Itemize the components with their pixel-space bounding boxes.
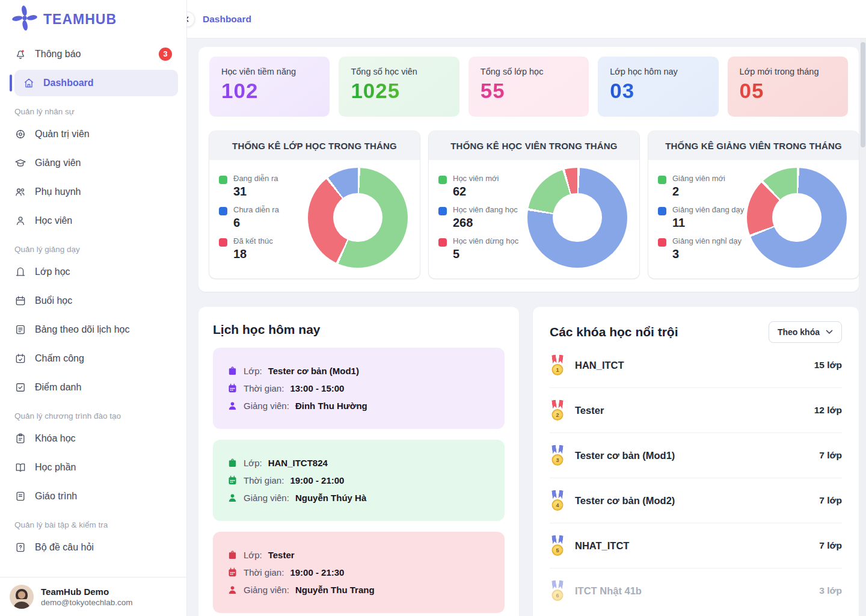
course-class-count: 7 lớp — [819, 495, 842, 506]
donut-chart — [747, 168, 847, 268]
briefcase-icon — [227, 458, 238, 468]
user-profile[interactable]: TeamHub Demo demo@tokyotechlab.com — [0, 577, 186, 616]
sidebar-item-label: Dashboard — [43, 78, 94, 88]
course-row[interactable]: 2 Tester 12 lớp — [550, 388, 842, 433]
sidebar-item-khoa-hoc[interactable]: Khóa học — [0, 424, 186, 453]
schedule-time-value: 19:00 - 21:00 — [290, 475, 344, 485]
course-name: HAN_ITCT — [575, 360, 624, 371]
sidebar-section-label: Quản lý giảng dạy — [0, 235, 186, 257]
legend-label: Đang diễn ra — [233, 174, 278, 183]
course-row[interactable]: 5 NHAT_ITCT 7 lớp — [550, 523, 842, 568]
chevron-down-icon — [826, 330, 833, 334]
course-class-count: 7 lớp — [819, 540, 842, 551]
schedule-class-label: Lớp: — [244, 550, 262, 560]
legend-label: Học viên mới — [453, 174, 499, 183]
sidebar-item-giang-vien[interactable]: Giảng viên — [0, 149, 186, 177]
sidebar-item-diem-danh[interactable]: Điểm danh — [0, 373, 186, 402]
notification-badge: 3 — [159, 48, 172, 61]
schedule-item: Lớp: Tester Thời gian: 19:00 - 21:30 — [213, 532, 505, 613]
schedule-time-label: Thời gian: — [244, 383, 284, 393]
stat-label: Học viên tiềm năng — [221, 67, 318, 76]
schedule-time-value: 13:00 - 15:00 — [290, 383, 344, 393]
courses-title: Các khóa học nổi trội — [550, 325, 678, 339]
sidebar-item-hoc-phan[interactable]: Học phần — [0, 453, 186, 482]
chart-legend: Giảng viên mới 2 Giảng viên đang dạy 11 — [658, 167, 747, 268]
medal-rank-number: 2 — [552, 409, 564, 420]
course-name: ITCT Nhật 41b — [575, 585, 642, 597]
legend-item: Học viên dừng học 5 — [438, 236, 527, 261]
sidebar-item-label: Giáo trình — [35, 491, 77, 502]
calendar-icon — [227, 475, 238, 485]
course-row[interactable]: 4 Tester cơ bản (Mod2) 7 lớp — [550, 478, 842, 523]
sidebar-item-bo-de-cau-hoi[interactable]: Bộ đề câu hỏi — [0, 533, 186, 562]
course-name: Tester — [575, 405, 604, 416]
user-avatar — [10, 585, 34, 609]
sidebar-item-notifications[interactable]: Thông báo 3 — [0, 40, 186, 69]
sidebar-item-label: Khóa học — [35, 433, 76, 444]
top-courses-card: Các khóa học nổi trội Theo khóa 1 HAN_IT… — [533, 307, 859, 616]
course-name: NHAT_ITCT — [575, 540, 629, 552]
chart-card-hoc-vien: THỐNG KÊ HỌC VIÊN TRONG THÁNG Học viên m… — [429, 131, 639, 279]
stat-value: 102 — [221, 79, 318, 103]
legend-label: Học viên dừng học — [453, 236, 518, 245]
sidebar-item-giao-trinh[interactable]: Giáo trình — [0, 482, 186, 511]
calendar-icon — [14, 295, 26, 307]
schedule-time-label: Thời gian: — [244, 475, 284, 485]
sidebar-item-phu-huynh[interactable]: Phụ huynh — [0, 177, 186, 206]
stat-label: Lớp học hôm nay — [610, 67, 706, 76]
course-filter-label: Theo khóa — [778, 327, 820, 337]
sidebar-item-lop-hoc[interactable]: Lớp học — [0, 257, 186, 286]
schedule-item: Lớp: HAN_ITCT824 Thời gian: 19:00 - 21:0… — [213, 440, 505, 521]
sidebar-item-cham-cong[interactable]: Chấm công — [0, 344, 186, 373]
sidebar-item-bang-theo-doi[interactable]: Bảng theo dõi lịch học — [0, 315, 186, 344]
sidebar-item-quan-tri-vien[interactable]: Quản trị viên — [0, 120, 186, 149]
sidebar: TEAMHUB Thông báo 3 Dashboard Quản lý nh… — [0, 0, 187, 616]
legend-item: Giảng viên nghỉ dạy 3 — [658, 236, 747, 261]
chart-body: Học viên mới 62 Học viên đang học 268 — [429, 160, 639, 279]
chevron-left-icon — [187, 16, 190, 22]
calendar-icon — [227, 383, 238, 393]
today-schedule-card: Lịch học hôm nay Lớp: Tester cơ bản (Mod… — [198, 307, 519, 616]
stats-row: Học viên tiềm năng 102 Tổng số học viên … — [209, 57, 848, 117]
schedule-item: Lớp: Tester cơ bản (Mod1) Thời gian: 13:… — [213, 348, 505, 429]
schedule-class-row: Lớp: Tester cơ bản (Mod1) — [227, 366, 490, 376]
course-row[interactable]: 3 Tester cơ bản (Mod1) 7 lớp — [550, 433, 842, 478]
vertical-scrollbar[interactable] — [860, 38, 866, 616]
legend-label: Giảng viên đang dạy — [672, 205, 744, 214]
chart-body: Giảng viên mới 2 Giảng viên đang dạy 11 — [648, 160, 859, 279]
medal-rank-6-icon: 6 — [550, 581, 565, 601]
legend-label: Chưa diễn ra — [233, 205, 279, 214]
schedule-teacher-row: Giảng viên: Đinh Thu Hường — [227, 401, 490, 411]
sidebar-item-label: Phụ huynh — [35, 186, 81, 197]
legend-value: 11 — [672, 216, 744, 230]
parents-icon — [14, 186, 26, 198]
course-row[interactable]: 1 HAN_ITCT 15 lớp — [550, 343, 842, 388]
medal-rank-number: 5 — [552, 544, 564, 556]
sidebar-item-hoc-vien[interactable]: Học viên — [0, 206, 186, 235]
sidebar-collapse-button[interactable] — [187, 11, 195, 27]
scrollbar-thumb[interactable] — [861, 42, 865, 147]
schedule-teacher-row: Giảng viên: Nguyễn Thu Trang — [227, 585, 490, 595]
app-logo[interactable]: TEAMHUB — [0, 0, 186, 38]
stat-label: Lớp mới trong tháng — [740, 67, 836, 76]
legend-swatch — [438, 238, 447, 247]
schedule-teacher-value: Đinh Thu Hường — [295, 401, 367, 411]
app-name: TEAMHUB — [43, 11, 117, 28]
medal-rank-2-icon: 2 — [550, 400, 565, 420]
schedule-time-label: Thời gian: — [244, 567, 284, 578]
sidebar-item-buoi-hoc[interactable]: Buổi học — [0, 286, 186, 315]
schedule-class-label: Lớp: — [244, 366, 262, 376]
course-row[interactable]: 6 ITCT Nhật 41b 3 lớp — [550, 568, 842, 613]
breadcrumb[interactable]: Dashboard — [203, 14, 251, 25]
user-email: demo@tokyotechlab.com — [41, 598, 133, 607]
course-filter-dropdown[interactable]: Theo khóa — [769, 321, 842, 343]
topbar: Dashboard — [187, 0, 866, 38]
sidebar-item-dashboard[interactable]: Dashboard — [14, 70, 178, 96]
book-icon — [14, 490, 26, 502]
course-name: Tester cơ bản (Mod2) — [575, 495, 675, 507]
stat-card-tong-so-hoc-vien: Tổng số học viên 1025 — [339, 57, 459, 117]
person-icon — [227, 401, 238, 411]
calendar-icon — [227, 567, 238, 578]
charts-row: THỐNG KÊ LỚP HỌC TRONG THÁNG Đang diễn r… — [209, 131, 848, 279]
sidebar-item-label: Học phần — [35, 462, 76, 473]
